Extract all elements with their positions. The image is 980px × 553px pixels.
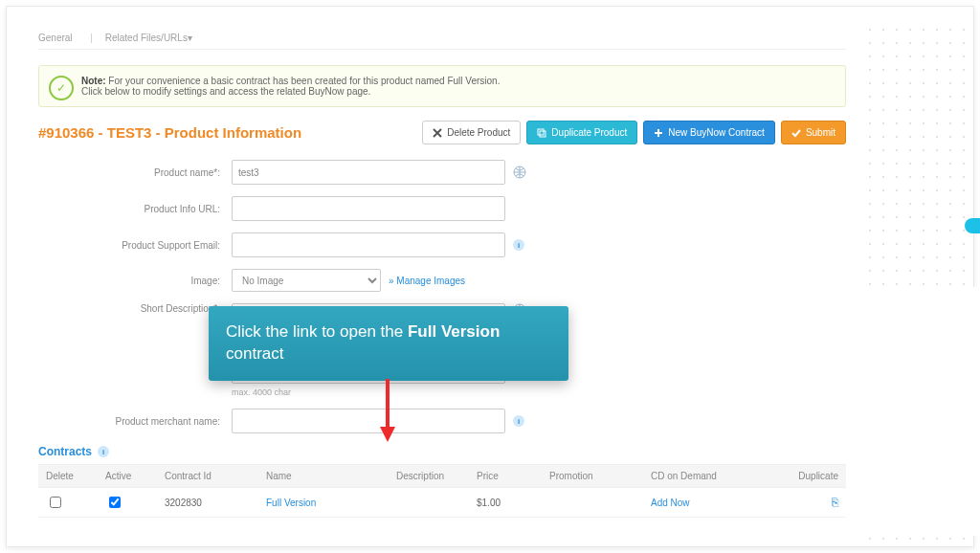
- th-cd: CD on Demand: [643, 465, 773, 488]
- th-name: Name: [258, 465, 389, 488]
- product-name-input[interactable]: [232, 160, 505, 185]
- row-cd-link[interactable]: Add Now: [651, 498, 690, 508]
- info-icon[interactable]: i: [98, 446, 109, 457]
- th-delete: Delete: [38, 465, 98, 488]
- contracts-table: Delete Active Contract Id Name Descripti…: [38, 464, 846, 518]
- callout-post: contract: [226, 344, 283, 363]
- row-id: 3202830: [157, 488, 258, 518]
- tab-divider: |: [90, 33, 93, 43]
- tutorial-callout: Click the link to open the Full Version …: [209, 306, 568, 381]
- row-promo: [542, 488, 643, 518]
- tab-bar: General | Related Files/URLs▾: [38, 27, 846, 50]
- row-name-link[interactable]: Full Version: [266, 498, 316, 508]
- info-icon[interactable]: i: [513, 239, 524, 251]
- manage-images-link[interactable]: » Manage Images: [389, 276, 465, 286]
- svg-rect-0: [538, 129, 544, 135]
- char-limit-note: max. 4000 char: [232, 387, 846, 397]
- th-dup: Duplicate: [773, 465, 846, 488]
- th-desc: Description: [389, 465, 469, 488]
- notice-line2: Click below to modify settings and acces…: [81, 86, 834, 97]
- table-row: 3202830 Full Version $1.00 Add Now ⎘: [38, 488, 846, 518]
- svg-rect-1: [540, 131, 546, 137]
- delete-product-label: Delete Product: [447, 127, 510, 138]
- info-notice: ✓ Note: For your convenience a basic con…: [38, 65, 846, 107]
- th-promo: Promotion: [542, 465, 643, 488]
- th-price: Price: [469, 465, 542, 488]
- contracts-title: Contracts i: [38, 445, 846, 458]
- delete-product-button[interactable]: Delete Product: [422, 121, 521, 144]
- new-contract-button[interactable]: New BuyNow Contract: [643, 121, 775, 144]
- notice-line1: For your convenience a basic contract ha…: [108, 76, 500, 86]
- duplicate-product-button[interactable]: Duplicate Product: [526, 121, 637, 144]
- th-id: Contract Id: [157, 465, 258, 488]
- duplicate-product-label: Duplicate Product: [551, 127, 627, 138]
- image-label: Image:: [38, 276, 232, 286]
- tab-general[interactable]: General: [38, 33, 73, 43]
- product-name-label: Product name*:: [38, 167, 232, 178]
- short-desc-label: Short Description*:: [38, 303, 232, 314]
- info-url-input[interactable]: [232, 196, 505, 221]
- tab-related-files[interactable]: Related Files/URLs▾: [105, 33, 192, 43]
- row-desc: [389, 488, 469, 518]
- duplicate-row-icon[interactable]: ⎘: [832, 496, 838, 509]
- plus-icon: [654, 128, 663, 138]
- tutorial-arrow: [378, 379, 397, 446]
- new-contract-label: New BuyNow Contract: [668, 127, 765, 138]
- row-delete-checkbox[interactable]: [50, 497, 61, 508]
- side-help-tab[interactable]: [965, 218, 980, 233]
- notice-prefix: Note:: [81, 76, 108, 86]
- support-email-label: Product Support Email:: [38, 240, 232, 251]
- row-price: $1.00: [469, 488, 542, 518]
- page-title: #910366 - TEST3 - Product Information: [38, 124, 301, 141]
- callout-bold: Full Version: [408, 322, 500, 341]
- info-icon[interactable]: i: [513, 415, 524, 427]
- th-active: Active: [98, 465, 157, 488]
- merchant-name-label: Product merchant name:: [38, 416, 232, 427]
- duplicate-icon: [537, 128, 546, 138]
- submit-button[interactable]: Submit: [781, 121, 846, 144]
- support-email-input[interactable]: [232, 232, 505, 257]
- submit-label: Submit: [806, 127, 835, 138]
- merchant-name-input[interactable]: [232, 409, 505, 433]
- globe-icon[interactable]: [513, 166, 526, 179]
- row-active-checkbox[interactable]: [109, 497, 121, 508]
- check-icon: [791, 128, 801, 138]
- check-icon: ✓: [49, 76, 74, 100]
- x-icon: [433, 128, 442, 138]
- image-select[interactable]: No Image: [232, 269, 381, 292]
- info-url-label: Product Info URL:: [38, 204, 232, 214]
- callout-pre: Click the link to open the: [226, 322, 408, 341]
